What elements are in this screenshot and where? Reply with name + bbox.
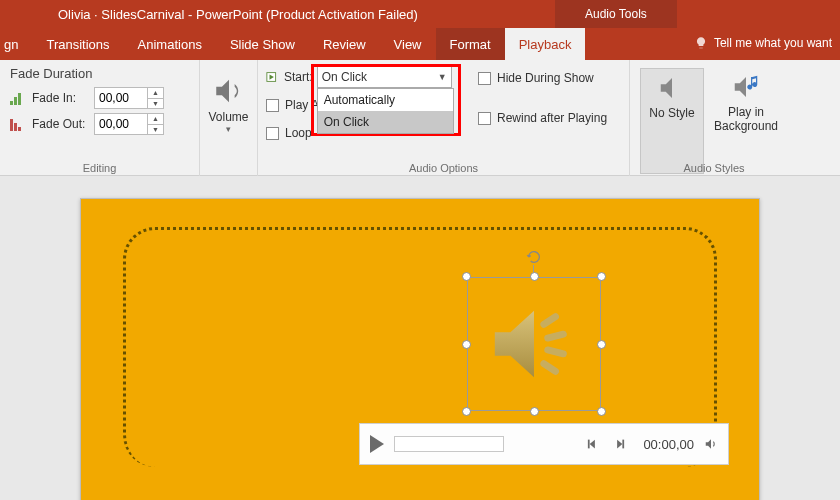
tab-design-partial[interactable]: gn [0,28,32,60]
tab-slideshow[interactable]: Slide Show [216,28,309,60]
speaker-music-icon [731,72,761,102]
play-across-checkbox[interactable] [266,99,279,112]
rotate-handle[interactable] [526,249,542,265]
tab-transitions[interactable]: Transitions [32,28,123,60]
svg-line-4 [548,350,564,354]
step-forward-button[interactable] [611,437,625,451]
rewind-label: Rewind after Playing [497,111,607,125]
svg-rect-7 [588,440,590,449]
spinner-arrows[interactable]: ▲▼ [147,88,163,108]
handle-br[interactable] [597,407,606,416]
player-volume-button[interactable] [704,437,718,451]
handle-tr[interactable] [597,272,606,281]
ribbon: Fade Duration Fade In: 00,00 ▲▼ Fade Out… [0,60,840,176]
fade-out-label: Fade Out: [32,117,94,131]
loop-label: Loop [285,126,312,140]
handle-tm[interactable] [530,272,539,281]
audio-styles-group-label: Audio Styles [630,162,798,174]
tab-animations[interactable]: Animations [124,28,216,60]
spinner-arrows[interactable]: ▲▼ [147,114,163,134]
start-label-wrap: Start: [266,70,313,84]
fade-in-row: Fade In: 00,00 ▲▼ [10,87,189,109]
fade-out-value: 00,00 [95,117,147,131]
slide[interactable]: 00:00,00 [80,198,760,500]
hide-label: Hide During Show [497,71,594,85]
start-icon [266,70,280,84]
audio-speaker-icon [485,295,583,393]
title-bar: Olivia · SlidesCarnival - PowerPoint (Pr… [0,0,840,28]
no-style-label: No Style [649,107,694,121]
start-option-automatically[interactable]: Automatically [318,89,453,111]
group-audio-styles: No Style Play in Background Audio Styles [630,60,798,176]
loop-checkbox[interactable] [266,127,279,140]
handle-bm[interactable] [530,407,539,416]
fade-out-icon [10,117,26,131]
no-style-button[interactable]: No Style [640,68,704,174]
start-option-onclick[interactable]: On Click [318,111,453,133]
ribbon-tabs: gn Transitions Animations Slide Show Rev… [0,28,840,60]
play-button[interactable] [370,435,384,453]
tab-review[interactable]: Review [309,28,380,60]
tab-format[interactable]: Format [436,28,505,60]
speaker-mute-icon [657,73,687,103]
play-background-label: Play in Background [714,106,778,134]
fade-duration-title: Fade Duration [10,66,189,81]
start-dropdown: Automatically On Click [317,88,454,134]
tab-view[interactable]: View [380,28,436,60]
editing-group-label: Editing [0,162,199,174]
chevron-down-icon: ▼ [438,72,447,82]
tab-playback[interactable]: Playback [505,28,586,60]
lightbulb-icon [694,36,708,50]
handle-bl[interactable] [462,407,471,416]
audio-options-group-label: Audio Options [258,162,629,174]
handle-tl[interactable] [462,272,471,281]
volume-button[interactable]: Volume▾ [208,74,248,134]
svg-marker-8 [618,440,623,449]
player-time: 00:00,00 [643,437,694,452]
fade-out-row: Fade Out: 00,00 ▲▼ [10,113,189,135]
handle-ml[interactable] [462,340,471,349]
group-editing: Fade Duration Fade In: 00,00 ▲▼ Fade Out… [0,60,200,176]
rewind-checkbox[interactable] [478,112,491,125]
fade-in-spinner[interactable]: 00,00 ▲▼ [94,87,164,109]
handle-mr[interactable] [597,340,606,349]
play-background-button[interactable]: Play in Background [714,68,778,174]
tell-me-label: Tell me what you want [714,36,832,50]
hide-checkbox[interactable] [478,72,491,85]
svg-line-3 [548,334,564,338]
fade-in-value: 00,00 [95,91,147,105]
svg-line-2 [544,317,556,325]
svg-line-5 [544,364,556,372]
audio-player: 00:00,00 [359,423,729,465]
svg-marker-6 [590,440,595,449]
start-combo-value: On Click [322,70,367,84]
start-combo[interactable]: On Click ▼ Automatically On Click [317,66,452,88]
tell-me-search[interactable]: Tell me what you want [694,36,832,50]
volume-icon [212,74,246,108]
hide-row[interactable]: Hide During Show [478,67,607,89]
svg-rect-9 [623,440,625,449]
play-across-label: Play A [285,98,319,112]
audio-object[interactable] [467,277,601,411]
start-row: Start: On Click ▼ Automatically On Click [266,66,466,88]
window-title: Olivia · SlidesCarnival - PowerPoint (Pr… [58,7,418,22]
fade-out-spinner[interactable]: 00,00 ▲▼ [94,113,164,135]
contextual-tab-label: Audio Tools [555,0,677,28]
slide-canvas[interactable]: 00:00,00 [0,176,840,500]
fade-in-icon [10,91,26,105]
rewind-row[interactable]: Rewind after Playing [478,107,607,129]
seek-track[interactable] [394,436,504,452]
group-volume: Volume▾ [200,60,258,176]
step-back-button[interactable] [587,437,601,451]
group-audio-options: Start: On Click ▼ Automatically On Click… [258,60,630,176]
volume-label: Volume▾ [208,110,248,134]
fade-in-label: Fade In: [32,91,94,105]
